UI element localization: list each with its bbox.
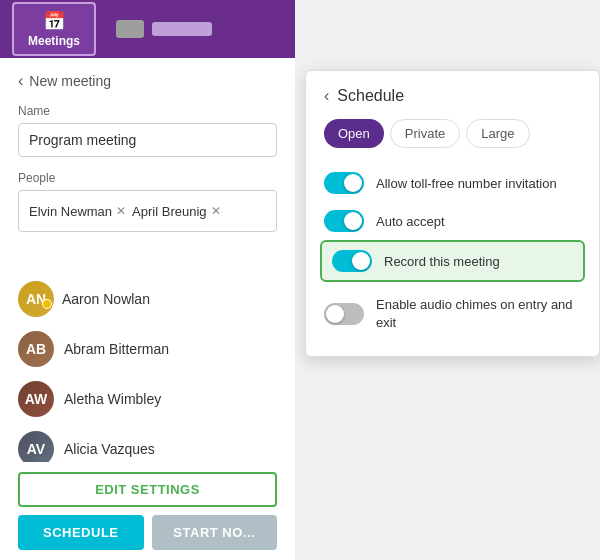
toggle-thumb [344, 174, 362, 192]
list-item[interactable]: AV Alicia Vazques [0, 424, 295, 462]
avatar: AV [18, 431, 54, 462]
setting-row-chimes: Enable audio chimes on entry and exit [324, 288, 581, 340]
type-buttons: Open Private Large [324, 119, 581, 148]
schedule-header: ‹ Schedule [324, 87, 581, 105]
toggle-tollfree[interactable] [324, 172, 364, 194]
nav-avatar-name [152, 22, 212, 36]
chip-elvin-name: Elvin Newman [29, 204, 112, 219]
nav-avatar-area [116, 20, 212, 38]
people-box[interactable]: Elvin Newman ✕ April Breunig ✕ [18, 190, 277, 232]
edit-settings-button[interactable]: EDIT SETTINGS [18, 472, 277, 507]
schedule-back-icon[interactable]: ‹ [324, 87, 329, 105]
bottom-buttons: EDIT SETTINGS SCHEDULE START NO... [0, 462, 295, 560]
setting-label-record: Record this meeting [384, 254, 573, 269]
meeting-name-input[interactable] [18, 123, 277, 157]
nav-avatar-box [116, 20, 144, 38]
chip-april: April Breunig ✕ [132, 204, 220, 219]
chip-elvin: Elvin Newman ✕ [29, 204, 126, 219]
setting-row-tollfree: Allow toll-free number invitation [324, 164, 581, 202]
back-row[interactable]: ‹ New meeting [18, 72, 277, 90]
person-name: Abram Bitterman [64, 341, 169, 357]
start-now-button[interactable]: START NO... [152, 515, 278, 550]
setting-label-autoaccept: Auto accept [376, 214, 581, 229]
schedule-title: Schedule [337, 87, 404, 105]
setting-row-record: Record this meeting [320, 240, 585, 282]
chip-elvin-remove[interactable]: ✕ [116, 204, 126, 218]
toggle-record[interactable] [332, 250, 372, 272]
toggle-autoaccept[interactable] [324, 210, 364, 232]
person-name: Aaron Nowlan [62, 291, 150, 307]
meetings-tab-label: Meetings [28, 34, 80, 48]
toggle-thumb [352, 252, 370, 270]
new-meeting-label: New meeting [29, 73, 111, 89]
type-open-button[interactable]: Open [324, 119, 384, 148]
name-section-label: Name [18, 104, 277, 118]
toggle-thumb [344, 212, 362, 230]
toggle-thumb [326, 305, 344, 323]
back-chevron-icon: ‹ [18, 72, 23, 90]
meetings-tab[interactable]: 📅 Meetings [12, 2, 96, 56]
list-item[interactable]: AN Aaron Nowlan [0, 274, 295, 324]
list-item[interactable]: AW Aletha Wimbley [0, 374, 295, 424]
type-large-button[interactable]: Large [466, 119, 529, 148]
people-list: AN Aaron Nowlan AB Abram Bitterman AW Al… [0, 274, 295, 462]
toggle-chimes[interactable] [324, 303, 364, 325]
list-item[interactable]: AB Abram Bitterman [0, 324, 295, 374]
person-name: Aletha Wimbley [64, 391, 161, 407]
chip-april-name: April Breunig [132, 204, 206, 219]
settings-panel: ‹ Schedule Open Private Large Allow toll… [305, 70, 600, 357]
type-private-button[interactable]: Private [390, 119, 460, 148]
avatar: AW [18, 381, 54, 417]
people-section-label: People [18, 171, 277, 185]
top-nav: 📅 Meetings [0, 0, 295, 58]
avatar: AB [18, 331, 54, 367]
schedule-button[interactable]: SCHEDULE [18, 515, 144, 550]
chip-april-remove[interactable]: ✕ [211, 204, 221, 218]
form-area: ‹ New meeting Name People Elvin Newman ✕… [0, 58, 295, 274]
left-panel: 📅 Meetings ‹ New meeting Name People Elv… [0, 0, 295, 560]
setting-label-chimes: Enable audio chimes on entry and exit [376, 296, 581, 332]
person-name: Alicia Vazques [64, 441, 155, 457]
action-buttons: SCHEDULE START NO... [18, 515, 277, 550]
setting-row-autoaccept: Auto accept [324, 202, 581, 240]
setting-label-tollfree: Allow toll-free number invitation [376, 176, 581, 191]
badge-dot [42, 299, 52, 309]
meetings-icon: 📅 [43, 10, 65, 32]
